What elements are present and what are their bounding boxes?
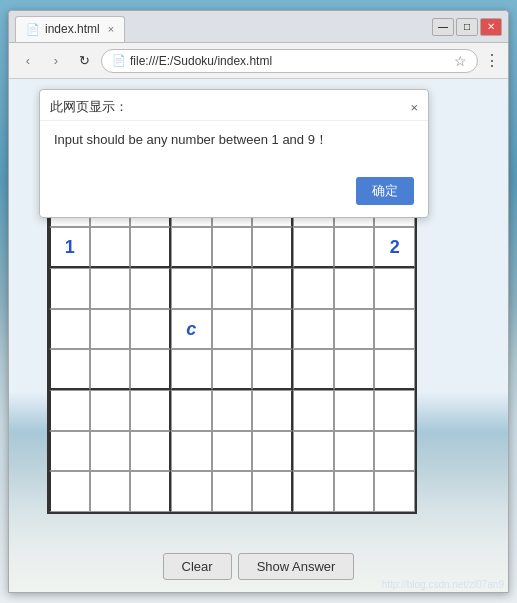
maximize-button[interactable]: □: [456, 18, 478, 36]
sudoku-cell[interactable]: [252, 471, 293, 512]
bookmark-icon[interactable]: ☆: [454, 53, 467, 69]
address-bar[interactable]: 📄 file:///E:/Sudoku/index.html ☆: [101, 49, 478, 73]
close-button[interactable]: ✕: [480, 18, 502, 36]
clear-button[interactable]: Clear: [163, 553, 232, 580]
title-bar: 📄 index.html × — □ ✕: [9, 11, 508, 43]
alert-body: Input should be any number between 1 and…: [40, 121, 428, 177]
sudoku-cell[interactable]: [49, 268, 90, 309]
sudoku-cell[interactable]: [252, 227, 293, 268]
forward-button[interactable]: ›: [45, 50, 67, 72]
watermark: http://blog.csdn.net/zl07an9: [382, 579, 504, 590]
sudoku-cell[interactable]: [49, 349, 90, 390]
sudoku-cell[interactable]: [90, 227, 131, 268]
address-text: file:///E:/Sudoku/index.html: [130, 54, 454, 68]
sudoku-cell[interactable]: [90, 349, 131, 390]
browser-window: 📄 index.html × — □ ✕ ‹ › ↻ 📄 file:///E:/…: [8, 10, 509, 593]
browser-menu-icon[interactable]: ⋮: [484, 51, 500, 70]
sudoku-cell[interactable]: [130, 309, 171, 350]
sudoku-cell[interactable]: [171, 268, 212, 309]
sudoku-cell[interactable]: [252, 349, 293, 390]
alert-close-button[interactable]: ×: [410, 100, 418, 115]
sudoku-cell[interactable]: [130, 431, 171, 472]
sudoku-cell[interactable]: [171, 431, 212, 472]
sudoku-cell[interactable]: [130, 268, 171, 309]
sudoku-cell[interactable]: [252, 268, 293, 309]
sudoku-cell[interactable]: [293, 349, 334, 390]
browser-tab[interactable]: 📄 index.html ×: [15, 16, 125, 42]
sudoku-cell[interactable]: [49, 431, 90, 472]
sudoku-cell[interactable]: [374, 309, 415, 350]
sudoku-cell[interactable]: [374, 268, 415, 309]
confirm-button[interactable]: 确定: [356, 177, 414, 205]
sudoku-cell[interactable]: [90, 309, 131, 350]
sudoku-cell[interactable]: [293, 309, 334, 350]
sudoku-cell[interactable]: [334, 268, 375, 309]
sudoku-cell[interactable]: [252, 431, 293, 472]
tab-title: index.html: [45, 22, 100, 36]
alert-message: Input should be any number between 1 and…: [54, 131, 414, 149]
sudoku-cell[interactable]: [374, 390, 415, 431]
sudoku-cell[interactable]: [293, 268, 334, 309]
alert-title: 此网页显示：: [50, 98, 128, 116]
sudoku-cell[interactable]: [252, 390, 293, 431]
sudoku-cell[interactable]: [212, 471, 253, 512]
refresh-button[interactable]: ↻: [73, 50, 95, 72]
sudoku-cell[interactable]: [130, 227, 171, 268]
sudoku-cell[interactable]: [49, 309, 90, 350]
sudoku-cell[interactable]: [252, 309, 293, 350]
page-content: 此网页显示： × Input should be any number betw…: [9, 79, 508, 592]
sudoku-cell[interactable]: [334, 471, 375, 512]
sudoku-cell[interactable]: [374, 431, 415, 472]
sudoku-cell[interactable]: [212, 431, 253, 472]
tab-close-button[interactable]: ×: [108, 23, 114, 35]
sudoku-cell[interactable]: [130, 471, 171, 512]
sudoku-cell[interactable]: [171, 349, 212, 390]
bottom-buttons: Clear Show Answer: [9, 553, 508, 580]
sudoku-cell[interactable]: [49, 390, 90, 431]
sudoku-cell[interactable]: [334, 349, 375, 390]
sudoku-cell[interactable]: 1: [49, 227, 90, 268]
sudoku-cell[interactable]: [90, 390, 131, 431]
sudoku-cell[interactable]: c: [171, 309, 212, 350]
sudoku-cell[interactable]: [334, 390, 375, 431]
sudoku-cell[interactable]: [293, 390, 334, 431]
back-button[interactable]: ‹: [17, 50, 39, 72]
sudoku-cell[interactable]: [49, 471, 90, 512]
sudoku-cell[interactable]: [130, 390, 171, 431]
sudoku-cell[interactable]: [293, 227, 334, 268]
sudoku-cell[interactable]: [90, 471, 131, 512]
sudoku-cell[interactable]: [293, 471, 334, 512]
sudoku-cell[interactable]: [293, 431, 334, 472]
sudoku-cell[interactable]: [334, 431, 375, 472]
window-controls: — □ ✕: [432, 18, 502, 36]
alert-header: 此网页显示： ×: [40, 90, 428, 121]
sudoku-cell[interactable]: [374, 471, 415, 512]
sudoku-cell[interactable]: [171, 390, 212, 431]
sudoku-cell[interactable]: [90, 431, 131, 472]
sudoku-cell[interactable]: [212, 268, 253, 309]
tab-icon: 📄: [26, 23, 40, 36]
sudoku-cell[interactable]: [212, 309, 253, 350]
navigation-bar: ‹ › ↻ 📄 file:///E:/Sudoku/index.html ☆ ⋮: [9, 43, 508, 79]
sudoku-cell[interactable]: 2: [374, 227, 415, 268]
sudoku-cell[interactable]: [212, 227, 253, 268]
sudoku-cell[interactable]: [212, 390, 253, 431]
sudoku-cell[interactable]: [90, 268, 131, 309]
alert-footer: 确定: [40, 177, 428, 217]
show-answer-button[interactable]: Show Answer: [238, 553, 355, 580]
sudoku-cell[interactable]: [171, 471, 212, 512]
alert-dialog: 此网页显示： × Input should be any number betw…: [39, 89, 429, 218]
sudoku-cell[interactable]: [334, 309, 375, 350]
sudoku-cell[interactable]: [130, 349, 171, 390]
sudoku-cell[interactable]: [212, 349, 253, 390]
minimize-button[interactable]: —: [432, 18, 454, 36]
sudoku-cell[interactable]: [334, 227, 375, 268]
sudoku-cell[interactable]: [374, 349, 415, 390]
file-icon: 📄: [112, 54, 126, 67]
sudoku-cell[interactable]: [171, 227, 212, 268]
